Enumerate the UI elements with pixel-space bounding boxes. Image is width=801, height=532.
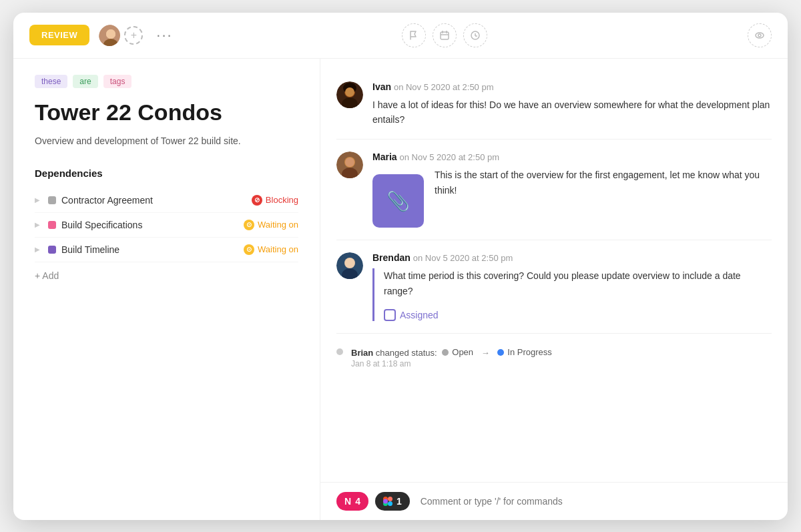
arrow-icon: → bbox=[481, 348, 490, 358]
svg-rect-27 bbox=[388, 497, 392, 501]
flag-icon bbox=[409, 30, 419, 41]
comment-meta-brendan: Brendan on Nov 5 2020 at 2:50 pm bbox=[372, 252, 772, 263]
dep-item-timeline[interactable]: ▶ Build Timeline ⊙ Waiting on bbox=[35, 238, 298, 262]
comment-brendan: Brendan on Nov 5 2020 at 2:50 pm What ti… bbox=[336, 240, 772, 334]
calendar-icon bbox=[439, 30, 450, 41]
blocking-label: Blocking bbox=[266, 195, 298, 205]
progress-dot bbox=[497, 349, 504, 356]
more-button[interactable]: ··· bbox=[151, 27, 178, 44]
dep-item-specs[interactable]: ▶ Build Specifications ⊙ Waiting on bbox=[35, 213, 298, 238]
review-button[interactable]: REVIEW bbox=[29, 25, 89, 45]
avatar-ivan bbox=[336, 81, 363, 108]
dep-status-blocking: ⊘ Blocking bbox=[252, 195, 298, 206]
comment-time-brendan: on Nov 5 2020 at 2:50 pm bbox=[413, 253, 513, 263]
comment-time-maria: on Nov 5 2020 at 2:50 pm bbox=[399, 152, 499, 162]
chevron-icon: ▶ bbox=[35, 246, 43, 253]
comments-area: Ivan on Nov 5 2020 at 2:50 pm I have a l… bbox=[320, 59, 788, 482]
maria-avatar-svg bbox=[336, 152, 363, 178]
attachment-icon: 📎 bbox=[386, 190, 410, 212]
comment-author-ivan: Ivan bbox=[372, 81, 391, 92]
dep-name-specs: Build Specifications bbox=[61, 220, 238, 230]
avatar-maria bbox=[336, 152, 363, 178]
header: REVIEW + ··· bbox=[13, 13, 788, 59]
main-content: these are tags Tower 22 Condos Overview … bbox=[13, 59, 788, 520]
comment-input[interactable] bbox=[421, 496, 772, 507]
blocking-icon: ⊘ bbox=[252, 195, 262, 206]
comment-body-ivan: Ivan on Nov 5 2020 at 2:50 pm I have a l… bbox=[372, 81, 772, 127]
chevron-icon: ▶ bbox=[35, 221, 43, 228]
comment-maria: Maria on Nov 5 2020 at 2:50 pm 📎 This is… bbox=[336, 140, 772, 240]
activity-author: Brian bbox=[351, 348, 373, 358]
avatar-group: + bbox=[97, 23, 143, 47]
app2-count: 1 bbox=[396, 496, 402, 507]
tag-are[interactable]: are bbox=[73, 75, 97, 88]
avatar-brendan bbox=[336, 252, 363, 279]
activity-time: Jan 8 at 1:18 am bbox=[351, 359, 555, 368]
comment-ivan: Ivan on Nov 5 2020 at 2:50 pm I have a l… bbox=[336, 69, 772, 140]
dependencies-title: Dependencies bbox=[35, 168, 298, 179]
svg-point-12 bbox=[758, 34, 761, 37]
comment-text-maria: This is the start of the overview for th… bbox=[435, 168, 772, 198]
calendar-button[interactable] bbox=[433, 23, 457, 47]
dep-item-contractor[interactable]: ▶ Contractor Agreement ⊘ Blocking bbox=[35, 188, 298, 213]
user-avatar-svg bbox=[99, 25, 121, 47]
dep-dot-purple bbox=[48, 246, 56, 254]
svg-rect-4 bbox=[441, 32, 449, 39]
chevron-icon: ▶ bbox=[35, 196, 43, 204]
page-title: Tower 22 Condos bbox=[35, 99, 298, 126]
tags-container: these are tags bbox=[35, 75, 298, 88]
dependencies-list: ▶ Contractor Agreement ⊘ Blocking ▶ Buil… bbox=[35, 188, 298, 262]
app-badge-figma[interactable]: 1 bbox=[375, 492, 410, 511]
svg-point-21 bbox=[345, 158, 354, 167]
flag-button[interactable] bbox=[402, 23, 426, 47]
footer: N 4 1 bbox=[320, 482, 788, 520]
comment-time-ivan: on Nov 5 2020 at 2:50 pm bbox=[394, 82, 494, 92]
page-description: Overview and development of Tower 22 bui… bbox=[35, 134, 298, 148]
svg-point-29 bbox=[388, 501, 392, 506]
brendan-highlighted-comment: What time period is this covering? Could… bbox=[372, 268, 772, 321]
activity-content: Brian changed status: Open → In Progress bbox=[351, 346, 555, 368]
eye-button[interactable] bbox=[748, 23, 772, 47]
tag-these[interactable]: these bbox=[35, 75, 67, 88]
comment-text-ivan: I have a lot of ideas for this! Do we ha… bbox=[372, 97, 772, 127]
dep-status-waiting1: ⊙ Waiting on bbox=[244, 220, 298, 230]
assigned-badge: Assigned bbox=[384, 309, 772, 321]
comment-meta-ivan: Ivan on Nov 5 2020 at 2:50 pm bbox=[372, 81, 772, 92]
waiting-icon2: ⊙ bbox=[244, 244, 254, 255]
clock-button[interactable] bbox=[463, 23, 487, 47]
tag-tags[interactable]: tags bbox=[103, 75, 132, 88]
attachment-box[interactable]: 📎 bbox=[372, 174, 424, 228]
comment-author-maria: Maria bbox=[372, 152, 397, 162]
assigned-label: Assigned bbox=[400, 310, 439, 320]
main-window: REVIEW + ··· bbox=[13, 13, 788, 520]
dep-status-waiting2: ⊙ Waiting on bbox=[244, 244, 298, 255]
add-dependency-button[interactable]: + Add bbox=[35, 270, 59, 281]
waiting-label2: Waiting on bbox=[258, 244, 298, 254]
waiting-label1: Waiting on bbox=[258, 220, 298, 230]
svg-point-17 bbox=[345, 87, 354, 97]
comment-body-brendan: Brendan on Nov 5 2020 at 2:50 pm What ti… bbox=[372, 252, 772, 321]
waiting-icon: ⊙ bbox=[244, 220, 254, 230]
comment-text-brendan: What time period is this covering? Could… bbox=[384, 268, 772, 298]
open-dot bbox=[442, 349, 449, 356]
svg-rect-30 bbox=[383, 499, 388, 503]
svg-point-25 bbox=[345, 258, 354, 268]
dep-name-timeline: Build Timeline bbox=[61, 244, 238, 255]
app-badge-notion[interactable]: N 4 bbox=[336, 492, 368, 511]
notion-icon: N bbox=[344, 496, 351, 507]
avatar bbox=[97, 23, 121, 47]
brendan-avatar-svg bbox=[336, 252, 363, 279]
add-user-button[interactable]: + bbox=[124, 26, 143, 45]
app1-count: 4 bbox=[355, 496, 360, 507]
assigned-checkbox[interactable] bbox=[384, 309, 396, 321]
comment-attachment-container: 📎 This is the start of the overview for … bbox=[372, 168, 772, 228]
from-status: Open bbox=[442, 346, 473, 359]
dep-name-contractor: Contractor Agreement bbox=[61, 195, 246, 206]
comment-author-brendan: Brendan bbox=[372, 252, 411, 263]
dependencies-section: Dependencies ▶ Contractor Agreement ⊘ Bl… bbox=[35, 168, 298, 281]
to-status-label: In Progress bbox=[507, 346, 551, 359]
to-status: In Progress bbox=[497, 346, 551, 359]
comment-body-maria: Maria on Nov 5 2020 at 2:50 pm 📎 This is… bbox=[372, 152, 772, 228]
dep-dot-pink bbox=[48, 221, 56, 229]
activity-text: Brian changed status: Open → In Progress bbox=[351, 346, 555, 359]
